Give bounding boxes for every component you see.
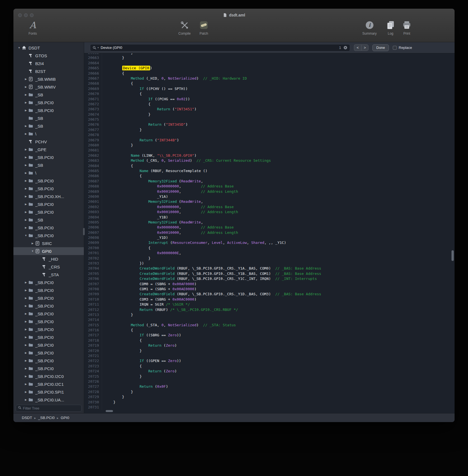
replace-option[interactable]: Replace bbox=[393, 46, 412, 50]
code-line[interactable]: CreateDWordField (RBUF, \_SB.PCI0.GPI0._… bbox=[105, 266, 455, 271]
code-line[interactable]: Name (LINK, "\\_SB.PCI0.GPI0") bbox=[105, 153, 455, 158]
code-line[interactable]: Method (_STA, 0, NotSerialized) // _STA:… bbox=[105, 323, 455, 328]
code-line[interactable]: } bbox=[105, 112, 455, 117]
tree-item-_SB.PCI0[interactable]: ▶_SB.PCI0 bbox=[13, 279, 84, 286]
tree-item-PCHV[interactable]: PCHV bbox=[13, 138, 84, 146]
tree-item-_SB.WMIV[interactable]: ▶_SB.WMIV bbox=[13, 83, 84, 91]
code-line[interactable]: 0x00010000, // Address Length bbox=[105, 210, 455, 215]
code-line[interactable]: { bbox=[105, 71, 455, 76]
disclosure-triangle-icon[interactable]: ▶ bbox=[23, 226, 28, 229]
code-line[interactable]: } bbox=[105, 348, 455, 353]
code-line[interactable] bbox=[105, 132, 455, 137]
code-line[interactable]: { bbox=[105, 364, 455, 369]
code-line[interactable]: Device (GPI0) bbox=[105, 66, 455, 71]
disclosure-triangle-icon[interactable]: ▶ bbox=[23, 367, 28, 370]
disclosure-triangle-icon[interactable]: ▶ bbox=[23, 203, 28, 206]
code-line[interactable]: } bbox=[105, 143, 455, 148]
search-menu-chevron-icon[interactable]: ▾ bbox=[98, 46, 99, 49]
code-line[interactable]: CreateDWordField (RBUF, \_SB.PCI0.GPI0._… bbox=[105, 292, 455, 297]
code-line[interactable]: { bbox=[105, 338, 455, 343]
code-line[interactable]: { bbox=[105, 173, 455, 178]
code-line[interactable]: } bbox=[105, 55, 455, 60]
code-line[interactable]: } bbox=[105, 400, 455, 405]
tree-item-_SB.PCI0[interactable]: ▶_SB.PCI0 bbox=[13, 99, 84, 106]
tree-item-_SB.PCI0.XH...[interactable]: ▶_SB.PCI0.XH... bbox=[13, 192, 84, 200]
code-line[interactable]: Method (_CRS, 0, Serialized) // _CRS: Cu… bbox=[105, 158, 455, 163]
disclosure-triangle-icon[interactable]: ▶ bbox=[23, 398, 28, 401]
code-line[interactable]: If ((SBRG == Zero)) bbox=[105, 333, 455, 338]
code-line[interactable]: If ((PCHV () == SPTH)) bbox=[105, 86, 455, 91]
disclosure-triangle-icon[interactable]: ▶ bbox=[23, 359, 28, 362]
code-line[interactable]: Return (0x0F) bbox=[105, 384, 455, 389]
disclosure-triangle-icon[interactable]: ▶ bbox=[23, 132, 28, 135]
breadcrumb-item[interactable]: GPI0 bbox=[61, 416, 69, 420]
code-line[interactable]: } bbox=[105, 256, 455, 261]
disclosure-triangle-icon[interactable]: ▶ bbox=[23, 289, 28, 292]
disclosure-triangle-icon[interactable]: ▶ bbox=[23, 304, 28, 307]
disclosure-triangle-icon[interactable]: ▶ bbox=[23, 187, 28, 190]
tree-item-_SB.PCI0[interactable]: ▶_SB.PCI0 bbox=[13, 310, 84, 318]
disclosure-triangle-icon[interactable]: ▶ bbox=[23, 320, 28, 323]
disclosure-triangle-icon[interactable]: ▼ bbox=[23, 234, 28, 237]
print-button[interactable]: Print bbox=[402, 20, 412, 35]
code-line[interactable]: 0x0000000E, bbox=[105, 251, 455, 256]
find-input[interactable] bbox=[101, 46, 338, 50]
titlebar[interactable]: dsdt.aml A Fonts Compile bbox=[13, 9, 455, 42]
tree-item-root[interactable]: ▶\ bbox=[13, 169, 84, 177]
code-line[interactable]: COM0 = (SBRG + 0x00AF0000) bbox=[105, 282, 455, 287]
disclosure-triangle-icon[interactable]: ▶ bbox=[23, 101, 28, 104]
code-line[interactable]: IRQN = SGIR /* \SGIR */ bbox=[105, 302, 455, 307]
find-next-button[interactable]: > bbox=[361, 44, 368, 51]
compile-button[interactable]: Compile bbox=[178, 20, 191, 35]
tree-item-_SB.PCI0[interactable]: ▶_SB.PCI0 bbox=[13, 365, 84, 372]
tree-item-_SB[interactable]: ▶_SB bbox=[13, 216, 84, 224]
vertical-scrollbar-thumb[interactable] bbox=[452, 250, 454, 261]
tree-item-_SB.PCI0[interactable]: ▶_SB.PCI0 bbox=[13, 224, 84, 232]
code-line[interactable]: Method (_HID, 0, NotSerialized) // _HID:… bbox=[105, 76, 455, 81]
disclosure-triangle-icon[interactable]: ▶ bbox=[23, 179, 28, 182]
code-line[interactable]: CreateDWordField (RBUF, \_SB.PCI0.GPI0._… bbox=[105, 271, 455, 276]
disclosure-triangle-icon[interactable]: ▶ bbox=[23, 125, 28, 127]
tree-item-_SB.PCI0[interactable]: ▶_SB.PCI0 bbox=[13, 200, 84, 208]
code-line[interactable]: CreateDWordField (RBUF, \_SB.PCI0.GPI0._… bbox=[105, 276, 455, 281]
disclosure-triangle-icon[interactable]: ▶ bbox=[23, 344, 28, 346]
code-line[interactable]: COM3 = (SBRG + 0x00AC0000) bbox=[105, 297, 455, 302]
tree-item-_SB.PCI0[interactable]: ▶_SB.PCI0 bbox=[13, 185, 84, 192]
tree-item-_SB.PCI0[interactable]: ▶_SB.PCI0 bbox=[13, 318, 84, 325]
tree-item-_GPE[interactable]: ▶_GPE bbox=[13, 146, 84, 153]
tree-item-_SB.PCI0[interactable]: ▶_SB.PCI0 bbox=[13, 357, 84, 365]
disclosure-triangle-icon[interactable]: ▶ bbox=[23, 172, 28, 174]
tree-item-B2ST[interactable]: B2ST bbox=[13, 67, 84, 75]
disclosure-triangle-icon[interactable]: ▶ bbox=[23, 78, 28, 80]
disclosure-triangle-icon[interactable]: ▼ bbox=[17, 46, 22, 49]
find-previous-button[interactable]: < bbox=[354, 44, 361, 51]
breadcrumb-item[interactable]: DSDT bbox=[22, 416, 32, 420]
code-line[interactable]: If ((PCHG == 0x02)) bbox=[105, 97, 455, 102]
tree-item-GPI0[interactable]: ▼GPI0 bbox=[13, 247, 84, 255]
filter-tree-field[interactable] bbox=[16, 405, 82, 412]
tree-item-_SB.PCI0[interactable]: ▼_SB.PCI0 bbox=[13, 232, 84, 239]
disclosure-triangle-icon[interactable]: ▶ bbox=[23, 336, 28, 339]
tree-item-_SB.PCI0[interactable]: ▶_SB.PCI0 bbox=[13, 177, 84, 185]
disclosure-triangle-icon[interactable]: ▶ bbox=[23, 391, 28, 393]
tree-item-_SB.PCI0[interactable]: ▶_SB.PCI0 bbox=[13, 349, 84, 357]
disclosure-triangle-icon[interactable]: ▶ bbox=[23, 211, 28, 213]
disclosure-triangle-icon[interactable]: ▶ bbox=[23, 156, 28, 159]
tree-item-_SB.PCI0.UA...[interactable]: ▶_SB.PCI0.UA... bbox=[13, 396, 84, 403]
find-field[interactable]: ▾ 1 bbox=[90, 44, 350, 51]
code-line[interactable]: _Y1D) bbox=[105, 235, 455, 240]
code-line[interactable] bbox=[105, 61, 455, 66]
code-line[interactable]: { bbox=[105, 81, 455, 86]
tree-item-SIRC[interactable]: ▶SIRC bbox=[13, 239, 84, 247]
done-button[interactable]: Done bbox=[372, 44, 389, 51]
log-button[interactable]: Log bbox=[386, 20, 396, 35]
tree-item-root[interactable]: ▶\ bbox=[13, 130, 84, 138]
code-line[interactable]: { bbox=[105, 91, 455, 96]
disclosure-triangle-icon[interactable]: ▶ bbox=[23, 148, 28, 151]
code-line[interactable]: 0x00010000, // Address Length bbox=[105, 230, 455, 235]
code-line[interactable] bbox=[105, 405, 455, 410]
tree-item-_SB.PCI0[interactable]: ▶_SB.PCI0 bbox=[13, 286, 84, 294]
disclosure-triangle-icon[interactable]: ▶ bbox=[23, 93, 28, 96]
tree-item-_SB.WMIB[interactable]: ▶_SB.WMIB bbox=[13, 75, 84, 83]
fonts-button[interactable]: A Fonts bbox=[29, 20, 37, 35]
